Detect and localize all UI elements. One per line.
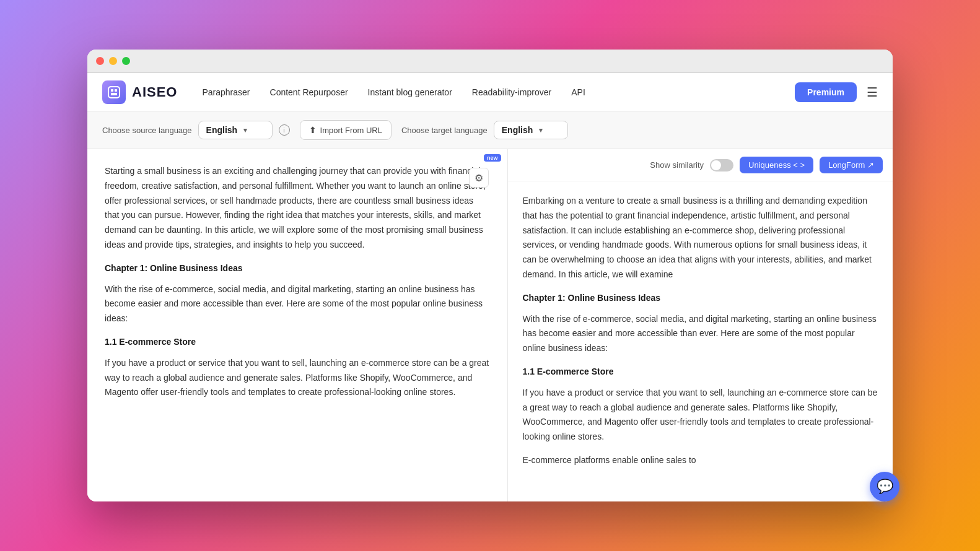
svg-rect-0 [108, 87, 120, 98]
right-heading-2: 1.1 E-commerce Store [523, 365, 878, 380]
longform-button[interactable]: LongForm ↗ [820, 157, 883, 173]
import-url-icon: ⬆ [309, 125, 317, 135]
source-language-value: English [206, 125, 238, 135]
nav-blog-generator[interactable]: Instant blog generator [368, 87, 452, 97]
right-panel-text: Embarking on a venture to create a small… [523, 194, 878, 468]
left-panel-text: Starting a small business is an exciting… [105, 164, 490, 400]
left-para-2: With the rise of e-commerce, social medi… [105, 282, 490, 326]
uniqueness-button[interactable]: Uniqueness < > [740, 157, 813, 173]
right-para-2: With the rise of e-commerce, social medi… [523, 312, 878, 356]
target-language-section: Choose target language English ▾ [401, 121, 568, 139]
logo-area: AISEO [102, 80, 177, 104]
left-heading-1: Chapter 1: Online Business Ideas [105, 261, 490, 276]
toolbar: Choose source language English ▾ i ⬆ Imp… [87, 111, 893, 149]
source-language-chevron: ▾ [243, 126, 247, 134]
show-similarity-label: Show similarity [650, 160, 704, 170]
content-area: ⚙ new ⚙ new Starting a small business is… [87, 149, 893, 501]
left-panel: ⚙ new ⚙ new Starting a small business is… [87, 149, 508, 501]
target-language-label: Choose target language [401, 126, 488, 135]
right-para-1: Embarking on a venture to create a small… [523, 194, 878, 282]
source-language-label: Choose source language [102, 126, 192, 135]
show-similarity-toggle[interactable] [710, 159, 733, 171]
right-heading-1: Chapter 1: Online Business Ideas [523, 291, 878, 306]
logo-icon [102, 80, 126, 104]
source-language-info-icon[interactable]: i [279, 124, 290, 136]
titlebar [87, 50, 893, 73]
chat-icon: 💬 [877, 479, 893, 495]
nav-right: Premium ☰ [795, 82, 878, 102]
import-url-button[interactable]: ⬆ Import From URL [300, 120, 392, 140]
nav-links: Paraphraser Content Repurposer Instant b… [202, 87, 795, 97]
svg-rect-3 [111, 93, 117, 95]
settings-new-badge: new [484, 154, 501, 162]
close-dot[interactable] [96, 57, 104, 65]
right-para-4: E-commerce platforms enable online sales… [523, 453, 878, 468]
target-language-select[interactable]: English ▾ [494, 121, 568, 139]
chat-button[interactable]: 💬 [870, 472, 899, 501]
settings-gear-icon[interactable]: ⚙ [469, 168, 489, 188]
nav-content-repurposer[interactable]: Content Repurposer [270, 87, 348, 97]
nav-api[interactable]: API [571, 87, 585, 97]
svg-rect-2 [115, 89, 117, 92]
maximize-dot[interactable] [122, 57, 130, 65]
source-language-select[interactable]: English ▾ [198, 121, 273, 139]
right-panel: Show similarity Uniqueness < > LongForm … [508, 149, 893, 501]
svg-rect-1 [111, 89, 113, 92]
import-url-label: Import From URL [320, 126, 382, 135]
hamburger-button[interactable]: ☰ [867, 85, 878, 100]
app-window: AISEO Paraphraser Content Repurposer Ins… [87, 50, 893, 501]
target-language-chevron: ▾ [539, 126, 543, 134]
right-panel-toolbar: Show similarity Uniqueness < > LongForm … [508, 149, 893, 181]
nav-readability[interactable]: Readability-improver [472, 87, 551, 97]
target-language-value: English [502, 125, 533, 135]
premium-button[interactable]: Premium [795, 82, 857, 102]
nav-paraphraser[interactable]: Paraphraser [202, 87, 250, 97]
left-para-1: Starting a small business is an exciting… [105, 164, 490, 253]
navbar: AISEO Paraphraser Content Repurposer Ins… [87, 73, 893, 111]
left-heading-2: 1.1 E-commerce Store [105, 335, 490, 350]
right-panel-content: Embarking on a venture to create a small… [508, 181, 893, 501]
source-language-section: Choose source language English ▾ i [102, 121, 290, 139]
minimize-dot[interactable] [109, 57, 117, 65]
right-para-3: If you have a product or service that yo… [523, 386, 878, 445]
left-para-3: If you have a product or service that yo… [105, 356, 490, 400]
logo-text: AISEO [132, 84, 177, 100]
